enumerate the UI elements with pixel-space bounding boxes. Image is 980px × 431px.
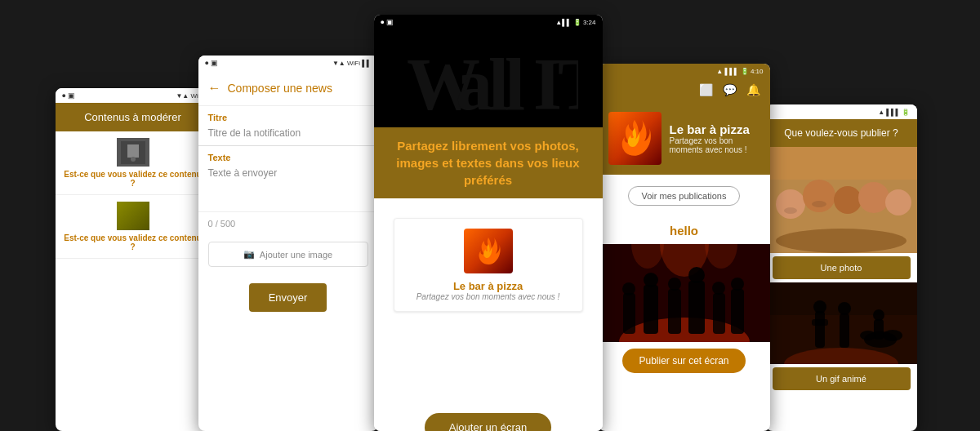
status-icons-3: ● ▣	[381, 18, 394, 26]
time-5: ▲ ▌▌▌ 🔋	[878, 109, 910, 116]
texte-input[interactable]: Texte à envoyer	[198, 164, 378, 211]
status-icons-2: ● ▣	[205, 59, 219, 67]
screen1-question-1: Est-ce que vous validez ce contenu ?	[62, 170, 204, 188]
concert-svg	[599, 244, 770, 342]
svg-point-22	[731, 278, 744, 291]
screen1-item-2: Est-ce que vous validez ce contenu ?	[56, 195, 211, 259]
screen4-post-title: hello	[599, 217, 770, 244]
un-gif-button[interactable]: Un gif animé	[773, 367, 911, 390]
phone-screen-5: ▲ ▌▌▌ 🔋 Que voulez-vous publier ?	[766, 104, 917, 431]
titre-input[interactable]: Titre de la notification	[198, 124, 378, 146]
svg-rect-19	[713, 293, 725, 334]
char-count: 0 / 500	[198, 212, 378, 235]
svg-rect-43	[812, 319, 828, 326]
restaurant-photo-svg	[766, 147, 917, 253]
publish-button[interactable]: Publier sur cet écran	[622, 349, 745, 373]
screen1-thumb-2	[117, 202, 149, 230]
screen1-question-2: Est-ce que vous validez ce contenu ?	[62, 233, 204, 251]
publish-area: Publier sur cet écran	[599, 342, 770, 380]
svg-text:all: all	[456, 44, 524, 118]
svg-rect-41	[815, 311, 825, 348]
svg-point-31	[812, 201, 826, 207]
time-4: ▲ ▌▌▌ 🔋 4:10	[716, 68, 763, 75]
tagline-area: Partagez librement vos photos, images et…	[374, 127, 603, 198]
status-bar-2: ● ▣ ▼▲ WiFi ▌▌	[198, 56, 378, 70]
screen5-photo-area	[766, 147, 917, 253]
screen4-banner: Le bar à pizza Partagez vos bon moments …	[599, 101, 770, 175]
phone-screen-1: ● ▣ ▼▲ WiFi Contenus à modérer Est-ce qu…	[56, 88, 211, 431]
screen5-header: Que voulez-vous publier ?	[766, 119, 917, 147]
svg-rect-21	[731, 289, 744, 334]
svg-point-42	[813, 300, 826, 313]
status-bar-4: ▲ ▌▌▌ 🔋 4:10	[599, 64, 770, 78]
flame-icon-4	[618, 118, 651, 158]
svg-point-27	[834, 186, 862, 214]
screen2-header: ← Composer une news	[198, 70, 378, 106]
svg-point-40	[873, 309, 884, 321]
add-image-button[interactable]: 📷 Ajouter une image	[208, 242, 368, 267]
svg-point-14	[644, 273, 658, 287]
screen4-bar-name: Le bar à pizza	[670, 122, 760, 136]
send-button[interactable]: Envoyer	[249, 283, 327, 312]
add-screen-area: Ajouter un écran	[374, 397, 603, 431]
screen1-thumb-1	[117, 138, 149, 167]
une-photo-wrapper: Une photo	[766, 253, 917, 282]
tagline-text: Partagez librement vos photos, images et…	[396, 139, 579, 187]
wallit-logo: W all IT	[399, 44, 578, 118]
screen1-header: Contenus à modérer	[56, 103, 211, 131]
svg-point-25	[776, 189, 805, 219]
svg-rect-15	[668, 289, 681, 334]
titre-label: Titre	[198, 106, 378, 124]
view-publications-area: Voir mes publications	[599, 175, 770, 217]
screen3-place-card[interactable]: Le bar à pizza Partagez vos bon moments …	[394, 218, 583, 312]
wallit-logo-svg: W all IT	[399, 44, 578, 118]
status-bar-5: ▲ ▌▌▌ 🔋	[766, 104, 917, 119]
bell-icon[interactable]: 🔔	[746, 83, 760, 96]
svg-rect-33	[766, 147, 917, 180]
monitor-icon[interactable]: ⬜	[699, 83, 713, 96]
add-screen-button[interactable]: Ajouter un écran	[425, 413, 551, 431]
back-button-2[interactable]: ←	[208, 81, 221, 96]
camera-icon: 📷	[243, 249, 255, 260]
screen1-title: Contenus à modérer	[84, 111, 181, 123]
svg-rect-1	[127, 144, 139, 158]
screen3-card-sub: Partagez vos bon moments avec nous !	[416, 292, 560, 301]
screen5-title: Que voulez-vous publier ?	[784, 127, 898, 139]
screen4-banner-text: Le bar à pizza Partagez vos bon moments …	[670, 122, 760, 154]
screen4-bar-desc: Partagez vos bon moments avec nous !	[670, 136, 760, 154]
status-icons-1: ● ▣	[62, 91, 76, 100]
screen2-title: Composer une news	[228, 82, 332, 95]
time-3: ▲▌▌ 🔋 3:24	[555, 19, 595, 26]
svg-rect-39	[874, 319, 884, 340]
svg-text:IT: IT	[533, 44, 578, 118]
screen5-band-photo	[766, 282, 917, 364]
screen3-card-title: Le bar à pizza	[453, 280, 523, 292]
phone-screen-2: ● ▣ ▼▲ WiFi ▌▌ ← Composer une news Titre…	[198, 56, 378, 431]
screen4-banner-thumb	[608, 112, 662, 165]
add-image-label: Ajouter une image	[260, 250, 332, 260]
screen3-card-area: Le bar à pizza Partagez vos bon moments …	[374, 198, 603, 331]
svg-rect-13	[644, 285, 658, 334]
svg-point-32	[776, 229, 906, 253]
svg-point-18	[688, 267, 705, 283]
svg-rect-11	[623, 293, 635, 334]
wallit-logo-area: W all IT	[374, 29, 603, 127]
une-photo-button[interactable]: Une photo	[773, 256, 911, 279]
flame-icon-3	[476, 236, 501, 267]
svg-rect-44	[840, 313, 849, 348]
svg-point-45	[838, 302, 851, 315]
view-publications-button[interactable]: Voir mes publications	[628, 186, 741, 206]
svg-point-12	[622, 282, 635, 295]
texte-label: Texte	[198, 146, 378, 164]
screen4-post-image	[599, 244, 770, 342]
status-bar-1: ● ▣ ▼▲ WiFi	[56, 88, 211, 103]
chat-icon[interactable]: 💬	[723, 83, 737, 96]
svg-point-37	[883, 330, 902, 341]
svg-point-20	[712, 282, 725, 295]
svg-point-28	[858, 182, 889, 213]
svg-point-29	[885, 189, 911, 216]
un-gif-wrapper: Un gif animé	[766, 364, 917, 393]
svg-point-2	[131, 157, 136, 162]
svg-rect-17	[688, 281, 705, 334]
phone-screen-3: ● ▣ ▲▌▌ 🔋 3:24 W all IT Partag	[374, 15, 603, 431]
